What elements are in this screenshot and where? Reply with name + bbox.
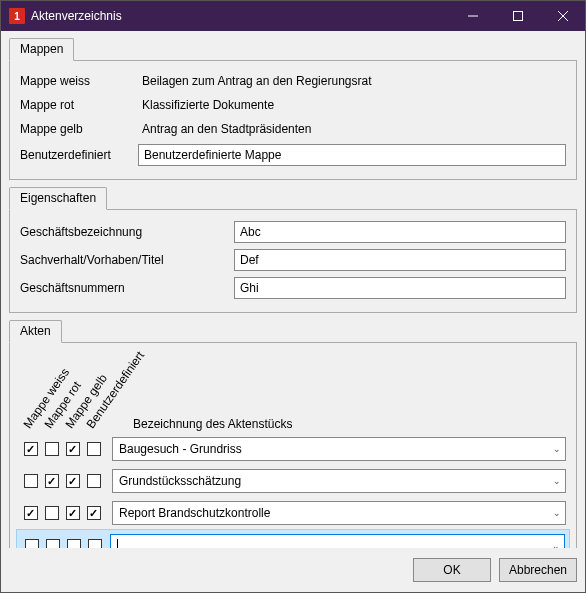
label-mappe-weiss: Mappe weiss [20, 74, 138, 88]
checkbox-mappe-gelb[interactable] [66, 474, 80, 488]
chevron-down-icon: ⌄ [553, 508, 561, 518]
client-area: Mappen Mappe weiss Beilagen zum Antrag a… [1, 31, 585, 548]
checkbox-mappe-gelb[interactable] [67, 539, 81, 548]
input-sachverhalt[interactable] [234, 249, 566, 271]
ok-button[interactable]: OK [413, 558, 491, 582]
app-icon: 1 [9, 8, 25, 24]
checkbox-mappe-rot[interactable] [45, 474, 59, 488]
input-geschaeftsnummern[interactable] [234, 277, 566, 299]
chevron-down-icon: ⌄ [553, 444, 561, 454]
chevron-down-icon: ⌄ [552, 541, 560, 548]
dialog-footer: OK Abbrechen [1, 548, 585, 592]
close-button[interactable] [540, 1, 585, 31]
checkbox-benutzerdefiniert[interactable] [88, 539, 102, 548]
tab-mappen[interactable]: Mappen [9, 38, 74, 61]
label-mappe-rot: Mappe rot [20, 98, 138, 112]
label-mappe-gelb: Mappe gelb [20, 122, 138, 136]
input-geschaeftsbezeichnung[interactable] [234, 221, 566, 243]
minimize-icon [468, 11, 478, 21]
chevron-down-icon: ⌄ [553, 476, 561, 486]
app-window: 1 Aktenverzeichnis Mappen Mappe weiss Be… [0, 0, 586, 593]
akten-row-selected: ⌄ [16, 529, 570, 548]
tab-eigenschaften[interactable]: Eigenschaften [9, 187, 107, 210]
value-mappe-weiss: Beilagen zum Antrag an den Regierungsrat [138, 72, 566, 90]
maximize-icon [513, 11, 523, 21]
checkbox-benutzerdefiniert[interactable] [87, 474, 101, 488]
window-title: Aktenverzeichnis [31, 9, 450, 23]
text-cursor [117, 539, 118, 548]
group-mappen: Mappen Mappe weiss Beilagen zum Antrag a… [9, 37, 577, 180]
input-benutzerdefiniert[interactable] [138, 144, 566, 166]
minimize-button[interactable] [450, 1, 495, 31]
combo-bezeichnung[interactable]: Baugesuch - Grundriss⌄ [112, 437, 566, 461]
checkbox-mappe-weiss[interactable] [25, 539, 39, 548]
combo-bezeichnung[interactable]: ⌄ [110, 534, 565, 548]
checkbox-mappe-rot[interactable] [45, 442, 59, 456]
akten-row: Baugesuch - Grundriss⌄ [20, 433, 566, 465]
combo-bezeichnung[interactable]: Grundstücksschätzung⌄ [112, 469, 566, 493]
akten-row: Grundstücksschätzung⌄ [20, 465, 566, 497]
group-eigenschaften: Eigenschaften Geschäftsbezeichnung Sachv… [9, 186, 577, 313]
checkbox-mappe-gelb[interactable] [66, 506, 80, 520]
label-geschaeftsbezeichnung: Geschäftsbezeichnung [20, 225, 234, 239]
window-controls [450, 1, 585, 31]
svg-rect-1 [513, 12, 522, 21]
checkbox-benutzerdefiniert[interactable] [87, 506, 101, 520]
combo-value: Grundstücksschätzung [119, 474, 241, 488]
checkbox-mappe-rot[interactable] [45, 506, 59, 520]
combo-value: Baugesuch - Grundriss [119, 442, 242, 456]
checkbox-mappe-weiss[interactable] [24, 506, 38, 520]
akten-headers: Mappe weiss Mappe rot Mappe gelb Benutze… [20, 351, 566, 431]
value-mappe-gelb: Antrag an den Stadtpräsidenten [138, 120, 566, 138]
label-benutzerdefiniert: Benutzerdefiniert [20, 148, 138, 162]
value-mappe-rot: Klassifizierte Dokumente [138, 96, 566, 114]
checkbox-mappe-weiss[interactable] [24, 442, 38, 456]
cancel-button[interactable]: Abbrechen [499, 558, 577, 582]
close-icon [558, 11, 568, 21]
tab-akten[interactable]: Akten [9, 320, 62, 343]
akten-row: Report Brandschutzkontrolle⌄ [20, 497, 566, 529]
maximize-button[interactable] [495, 1, 540, 31]
combo-bezeichnung[interactable]: Report Brandschutzkontrolle⌄ [112, 501, 566, 525]
combo-value: Report Brandschutzkontrolle [119, 506, 270, 520]
checkbox-mappe-weiss[interactable] [24, 474, 38, 488]
group-akten: Akten Mappe weiss Mappe rot Mappe gelb B… [9, 319, 577, 548]
checkbox-benutzerdefiniert[interactable] [87, 442, 101, 456]
checkbox-mappe-rot[interactable] [46, 539, 60, 548]
checkbox-mappe-gelb[interactable] [66, 442, 80, 456]
titlebar: 1 Aktenverzeichnis [1, 1, 585, 31]
label-sachverhalt: Sachverhalt/Vorhaben/Titel [20, 253, 234, 267]
label-geschaeftsnummern: Geschäftsnummern [20, 281, 234, 295]
header-bezeichnung: Bezeichnung des Aktenstücks [133, 417, 292, 431]
